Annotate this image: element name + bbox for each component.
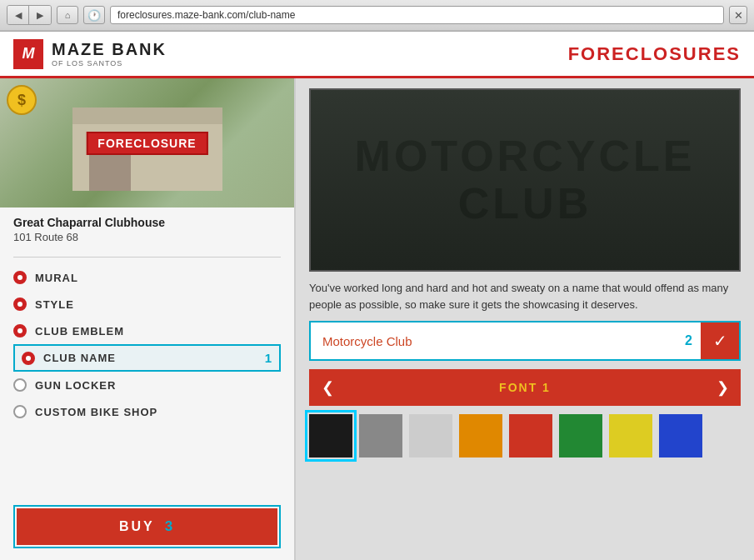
buy-section: BUY 3 xyxy=(0,497,294,560)
options-list: MURALSTYLECLUB EMBLEMCLUB NAME1GUN LOCKE… xyxy=(0,264,294,497)
font-row: ❮ FONT 1 ❯ xyxy=(309,369,741,406)
home-button[interactable]: ⌂ xyxy=(57,6,78,24)
description-text: You've worked long and hard and hot and … xyxy=(309,280,741,312)
property-divider xyxy=(13,257,281,258)
input-number: 2 xyxy=(677,333,701,348)
option-label-club-name: CLUB NAME xyxy=(43,352,116,364)
main-layout: $ FORECLOSURE Great Chaparral Clubhouse … xyxy=(0,78,754,560)
logo-main: MAZE BANK xyxy=(52,40,167,59)
font-label: FONT 1 xyxy=(346,381,704,394)
nav-button-group: ◀ ▶ xyxy=(7,5,52,25)
sidebar: $ FORECLOSURE Great Chaparral Clubhouse … xyxy=(0,78,296,560)
font-next-button[interactable]: ❯ xyxy=(704,369,741,406)
option-label-custom-bike-shop: CUSTOM BIKE SHOP xyxy=(35,406,157,418)
address-bar[interactable]: foreclosures.maze-bank.com/club-name xyxy=(110,6,724,24)
buy-button-wrapper: BUY 3 xyxy=(13,505,281,548)
history-button[interactable]: 🕐 xyxy=(83,6,105,24)
page-header: M MAZE BANK OF LOS SANTOS FORECLOSURES xyxy=(0,32,754,78)
image-overlay xyxy=(311,90,739,270)
dollar-badge: $ xyxy=(7,85,37,115)
option-label-style: STYLE xyxy=(35,298,74,311)
font-prev-button[interactable]: ❮ xyxy=(309,369,346,406)
property-name: Great Chaparral Clubhouse xyxy=(13,216,281,229)
option-label-club-emblem: CLUB EMBLEM xyxy=(35,325,124,338)
color-swatch-yellow[interactable] xyxy=(609,414,652,458)
radio-dot-club-name xyxy=(22,352,35,365)
name-input-row: 2 ✓ xyxy=(309,321,741,361)
property-image: $ FORECLOSURE xyxy=(0,78,294,208)
club-name-input[interactable] xyxy=(311,326,677,357)
option-label-gun-locker: GUN LOCKER xyxy=(35,379,116,392)
radio-dot-gun-locker xyxy=(13,378,27,392)
option-label-mural: MURAL xyxy=(35,272,78,284)
buy-number: 3 xyxy=(165,518,175,535)
logo-icon: M xyxy=(13,39,43,69)
property-info: Great Chaparral Clubhouse 101 Route 68 xyxy=(0,208,294,250)
check-icon: ✓ xyxy=(713,331,727,351)
radio-dot-custom-bike-shop xyxy=(13,405,27,418)
color-row xyxy=(309,414,741,458)
radio-dot-style xyxy=(13,298,27,311)
option-item-club-emblem[interactable]: CLUB EMBLEM xyxy=(13,318,281,344)
browser-chrome: ◀ ▶ ⌂ 🕐 foreclosures.maze-bank.com/club-… xyxy=(0,0,754,32)
main-image: MOTORCYCLE CLUB xyxy=(309,88,741,272)
title-fore: FORE xyxy=(568,43,626,64)
confirm-name-button[interactable]: ✓ xyxy=(701,322,739,359)
buy-button[interactable]: BUY 3 xyxy=(17,508,277,545)
color-swatch-blue[interactable] xyxy=(659,414,702,458)
option-item-club-name[interactable]: CLUB NAME1 xyxy=(13,344,281,372)
title-closures: CLOSURES xyxy=(626,43,741,64)
option-item-gun-locker[interactable]: GUN LOCKER xyxy=(13,372,281,398)
option-item-mural[interactable]: MURAL xyxy=(13,264,281,291)
foreclosures-title: FORECLOSURES xyxy=(568,43,741,65)
option-item-custom-bike-shop[interactable]: CUSTOM BIKE SHOP xyxy=(13,398,281,425)
color-swatch-orange[interactable] xyxy=(459,414,502,458)
buy-label: BUY xyxy=(119,519,155,534)
radio-dot-club-emblem xyxy=(13,324,27,338)
logo-sub: OF LOS SANTOS xyxy=(52,59,167,68)
logo-area: M MAZE BANK OF LOS SANTOS xyxy=(13,39,167,69)
color-swatch-black[interactable] xyxy=(309,414,352,458)
logo-text: MAZE BANK OF LOS SANTOS xyxy=(52,40,167,68)
content-area: MOTORCYCLE CLUB You've worked long and h… xyxy=(296,78,754,560)
radio-dot-mural xyxy=(13,271,27,284)
property-card: $ FORECLOSURE Great Chaparral Clubhouse … xyxy=(0,78,294,264)
color-swatch-green[interactable] xyxy=(559,414,602,458)
color-swatch-red[interactable] xyxy=(509,414,552,458)
back-button[interactable]: ◀ xyxy=(7,6,29,24)
browser-toolbar: ◀ ▶ ⌂ 🕐 foreclosures.maze-bank.com/club-… xyxy=(0,0,754,31)
forward-button[interactable]: ▶ xyxy=(29,6,51,24)
property-address: 101 Route 68 xyxy=(13,231,281,243)
foreclosure-badge: FORECLOSURE xyxy=(86,132,207,155)
color-swatch-light-gray[interactable] xyxy=(409,414,452,458)
color-swatch-gray[interactable] xyxy=(359,414,402,458)
browser-close-button[interactable]: ✕ xyxy=(729,6,747,24)
option-number-club-name: 1 xyxy=(265,351,272,365)
option-item-style[interactable]: STYLE xyxy=(13,291,281,318)
